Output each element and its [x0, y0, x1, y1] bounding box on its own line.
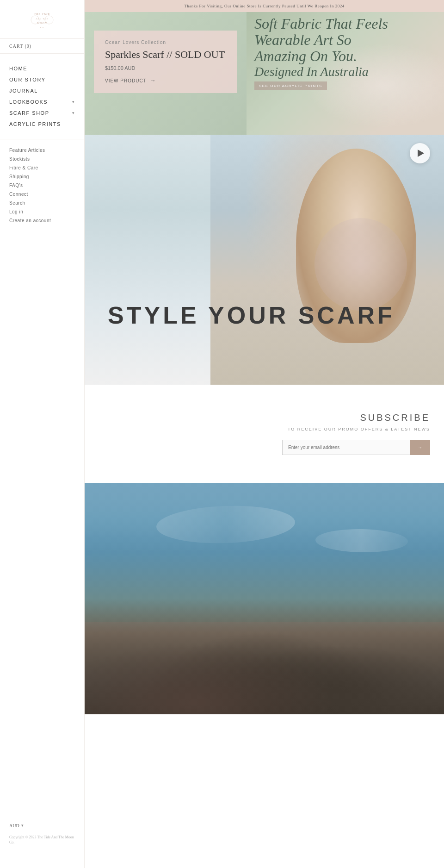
hero-product-card: Ocean Lovers Collection Sparkles Scarf /…	[94, 31, 237, 93]
brand-logo-text: THE TIDE AND THE MOON Co	[26, 8, 58, 33]
lookbooks-chevron-icon: ▾	[72, 100, 75, 104]
logo[interactable]: THE TIDE AND THE MOON Co	[0, 0, 84, 39]
nav-item-fibre-care[interactable]: Fibre & Care	[0, 163, 84, 172]
hero-headline-area: Soft Fabric That Feels Wearable Art So A…	[250, 12, 444, 135]
sidebar-footer: AUD ▾ Copyright © 2023 The Tide And The …	[0, 811, 84, 854]
nav-item-scarf-shop[interactable]: SCARF SHOP ▾	[0, 107, 84, 119]
view-product-label: VIEW PRODUCT	[105, 78, 147, 83]
cart-label: CART (0)	[9, 44, 31, 49]
ocean-rocks	[85, 599, 444, 714]
view-product-arrow-icon: →	[150, 77, 156, 84]
style-scarf-heading: STYLE YOUR SCARF	[108, 301, 395, 329]
nav-item-faqs[interactable]: FAQ's	[0, 181, 84, 190]
nav-item-acrylic-prints[interactable]: ACRYLIC PRINTS	[0, 119, 84, 130]
subscribe-form: →	[282, 440, 430, 455]
nav-item-lookbooks[interactable]: LOOKBOOKS ▾	[0, 96, 84, 107]
hero-headline: Soft Fabric That Feels Wearable Art So A…	[254, 16, 439, 79]
product-name: Sparkles Scarf // SOLD OUT	[105, 49, 226, 61]
subscribe-section: SUBSCRIBE TO RECEIVE OUR PROMO OFFERS & …	[85, 385, 444, 483]
product-price: $150.00 AUD	[105, 65, 226, 71]
sidebar: THE TIDE AND THE MOON Co CART (0) HOME O…	[0, 0, 85, 868]
collection-label: Ocean Lovers Collection	[105, 40, 226, 45]
svg-text:Co: Co	[40, 26, 44, 29]
nav-item-create-account[interactable]: Create an account	[0, 216, 84, 225]
nav-item-connect[interactable]: Connect	[0, 190, 84, 199]
currency-chevron-icon: ▾	[21, 823, 24, 828]
svg-point-4	[31, 16, 39, 24]
nav-item-stockists[interactable]: Stockists	[0, 155, 84, 163]
ocean-section	[85, 483, 444, 714]
announcement-text: Thanks For Visiting, Our Online Store Is…	[184, 4, 344, 8]
currency-label: AUD	[9, 823, 19, 828]
nav-item-our-story[interactable]: OUR STORY	[0, 74, 84, 85]
nav-item-scarf-shop-label: SCARF SHOP	[9, 110, 49, 116]
nav-item-home[interactable]: HOME	[0, 63, 84, 74]
currency-selector[interactable]: AUD ▾	[9, 820, 75, 831]
nav-item-lookbooks-label: LOOKBOOKS	[9, 99, 48, 105]
nav-item-log-in[interactable]: Log in	[0, 207, 84, 216]
style-section: STYLE YOUR SCARF	[85, 135, 444, 385]
announcement-bar: Thanks For Visiting, Our Online Store Is…	[85, 0, 444, 12]
headline-line2: Wearable Art So	[254, 32, 439, 48]
nav-item-feature-articles[interactable]: Feature Articles	[0, 146, 84, 155]
svg-text:THE TIDE: THE TIDE	[34, 12, 50, 15]
hero-section: Ocean Lovers Collection Sparkles Scarf /…	[85, 12, 444, 135]
headline-line3: Amazing On You.	[254, 48, 439, 64]
headline-line4: Designed In Australia	[254, 65, 439, 79]
subscribe-title: SUBSCRIBE	[360, 412, 430, 423]
play-icon	[418, 150, 424, 157]
view-product-button[interactable]: VIEW PRODUCT →	[105, 77, 226, 84]
model-background	[210, 135, 444, 385]
main-content: Thanks For Visiting, Our Online Store Is…	[85, 0, 444, 868]
secondary-nav: Feature Articles Stockists Fibre & Care …	[0, 144, 84, 227]
nav-item-search[interactable]: Search	[0, 199, 84, 207]
copyright-text: Copyright © 2023 The Tide And The Moon C…	[9, 835, 75, 845]
headline-line1: Soft Fabric That Feels	[254, 16, 439, 32]
scarf-shop-chevron-icon: ▾	[72, 111, 75, 115]
subscribe-subtitle: TO RECEIVE OUR PROMO OFFERS & LATEST NEW…	[288, 427, 430, 431]
nav-item-journal[interactable]: JOURNAL	[0, 85, 84, 96]
primary-nav: HOME OUR STORY JOURNAL LOOKBOOKS ▾ SCARF…	[0, 54, 84, 134]
svg-text:AND THE: AND THE	[35, 18, 49, 20]
nav-item-shipping[interactable]: Shipping	[0, 172, 84, 181]
subscribe-button[interactable]: →	[410, 440, 430, 455]
play-button[interactable]	[410, 143, 430, 163]
cart-bar[interactable]: CART (0)	[0, 39, 84, 54]
nav-divider	[0, 139, 84, 139]
svg-point-5	[45, 16, 53, 24]
email-input[interactable]	[282, 440, 410, 455]
see-prints-button[interactable]: SEE OUR ACRYLIC PRINTS	[254, 81, 327, 90]
